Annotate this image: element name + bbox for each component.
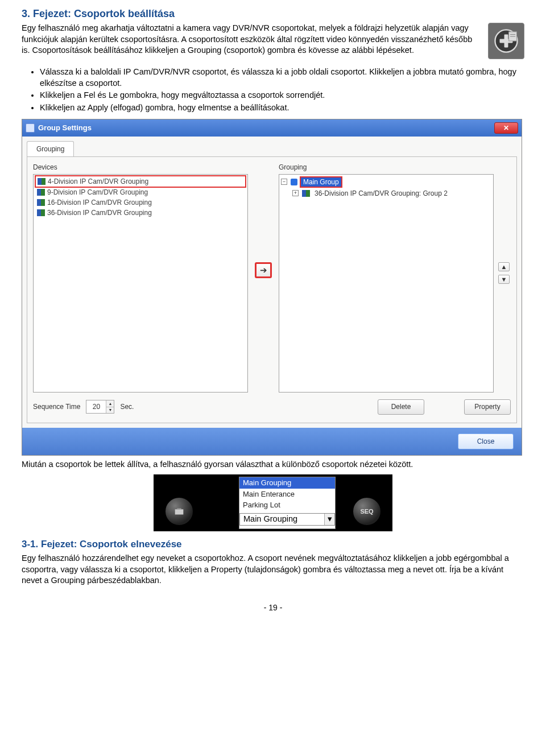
tab-grouping[interactable]: Grouping [27,141,74,156]
dropdown-selected-label: Main Grouping [243,514,297,525]
after-dialog-text: Miután a csoportok be lettek állítva, a … [22,459,524,470]
step-3: Klikkeljen az Apply (elfogad) gombra, ho… [40,102,524,114]
tree-expand-icon[interactable]: + [292,190,299,196]
device-item-9div[interactable]: 9-Division IP Cam/DVR Grouping [35,187,246,197]
device-icon [37,189,45,196]
chapter-3-heading: 3. Fejezet: Csoportok beállítása [22,7,524,20]
chapter-3-1-heading: 3-1. Fejezet: Csoportok elnevezése [22,538,524,551]
tree-sub-group[interactable]: + 36-Division IP Cam/DVR Grouping: Group… [292,188,491,199]
move-right-button[interactable]: ➔ [255,262,272,278]
device-icon [37,209,45,216]
device-item-16div[interactable]: 16-Division IP Cam/DVR Grouping [35,197,246,208]
dialog-titlebar[interactable]: Group Settings ✕ [22,119,522,137]
move-up-button[interactable]: ▲ [498,262,510,271]
dialog-title-text: Group Settings [38,123,92,133]
camera-knob-icon[interactable] [164,496,195,527]
dropdown-selected[interactable]: Main Grouping ▾ [239,513,335,526]
grouping-app-icon [488,23,524,59]
devices-label: Devices [33,163,248,172]
delete-button[interactable]: Delete [378,399,424,415]
dialog-close-x-button[interactable]: ✕ [494,122,518,134]
chapter-3-intro: Egy felhasználó meg akarhatja változtatn… [22,23,481,56]
device-icon [37,199,45,206]
group-icon [291,179,297,185]
device-icon [302,190,310,197]
dialog-icon [26,123,35,133]
device-item-4div[interactable]: 4-Division IP Cam/DVR Grouping [35,175,246,188]
sequence-time-unit: Sec. [120,402,134,411]
spinner-down-icon[interactable]: ▼ [106,407,114,414]
seq-knob-button[interactable]: SEQ [351,496,382,527]
spinner-up-icon[interactable]: ▲ [106,400,114,407]
dropdown-option-parking-lot[interactable]: Parking Lot [239,499,335,511]
device-item-label: 16-Division IP Cam/DVR Grouping [47,198,152,207]
move-down-button[interactable]: ▼ [498,275,510,284]
group-dropdown[interactable]: Main Grouping Main Enterance Parking Lot… [239,477,336,529]
sequence-time-label: Sequence Time [33,402,80,411]
device-item-label: 36-Division IP Cam/DVR Grouping [47,208,152,217]
close-button[interactable]: Close [458,433,514,449]
property-button[interactable]: Property [464,399,511,415]
view-toolbar: Main Grouping Main Enterance Parking Lot… [154,474,392,531]
step-1: Válassza ki a baloldali IP Cam/DVR/NVR c… [40,67,524,89]
chapter-3-1-text: Egy felhasználó hozzárendelhet egy nevek… [22,553,524,586]
tree-main-group[interactable]: − Main Group [281,176,491,188]
chapter-3-steps: Válassza ki a baloldali IP Cam/DVR/NVR c… [22,67,524,113]
tree-sub-group-label: 36-Division IP Cam/DVR Grouping: Group 2 [312,189,450,198]
chevron-down-icon[interactable]: ▾ [324,514,334,525]
tree-collapse-icon[interactable]: − [281,179,287,185]
device-item-36div[interactable]: 36-Division IP Cam/DVR Grouping [35,208,246,218]
sequence-time-value: 20 [86,400,106,413]
group-settings-dialog: Group Settings ✕ Grouping Devices 4-Divi… [22,119,522,455]
page-number: - 19 - [22,602,524,613]
step-2: Klikkeljen a Fel és Le gombokra, hogy me… [40,90,524,101]
grouping-label: Grouping [279,163,494,172]
device-item-label: 9-Division IP Cam/DVR Grouping [47,188,148,197]
device-item-label: 4-Division IP Cam/DVR Grouping [48,177,148,186]
sequence-time-spinner[interactable]: 20 ▲ ▼ [86,400,114,414]
grouping-treeview[interactable]: − Main Group + 36-Division IP Cam/DVR Gr… [279,174,494,393]
tree-main-group-label: Main Group [300,176,342,188]
dropdown-option-main-grouping[interactable]: Main Grouping [239,477,335,489]
device-icon [38,178,46,185]
devices-listbox[interactable]: 4-Division IP Cam/DVR Grouping 9-Divisio… [33,174,248,393]
dropdown-option-main-entrance[interactable]: Main Enterance [239,489,335,500]
